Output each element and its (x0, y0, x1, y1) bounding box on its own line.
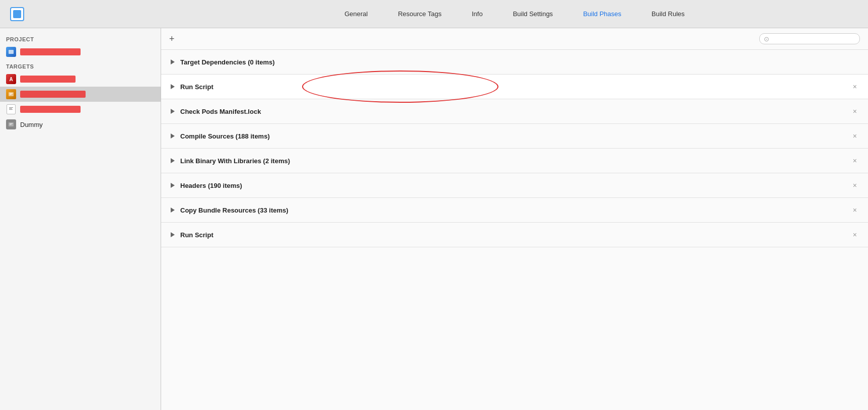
phase-title-run-script-1: Run Script (180, 83, 850, 91)
project-icon (6, 47, 16, 57)
phase-close-headers[interactable]: × (850, 181, 860, 190)
phase-close-run-script-2[interactable]: × (850, 230, 860, 239)
toolbar: GeneralResource TagsInfoBuild SettingsBu… (0, 0, 868, 28)
phase-title-link-binary: Link Binary With Libraries (2 items) (180, 157, 850, 165)
phase-header-check-pods[interactable]: Check Pods Manifest.lock× (161, 99, 868, 123)
phase-header-run-script-1[interactable]: Run Script× (161, 75, 868, 99)
expand-icon-compile-sources (169, 132, 176, 140)
phase-title-check-pods: Check Pods Manifest.lock (180, 108, 850, 115)
main-content: PROJECT TARGETS A (0, 28, 868, 410)
phase-row-target-deps: Target Dependencies (0 items) (161, 50, 868, 75)
phase-header-copy-bundle[interactable]: Copy Bundle Resources (33 items)× (161, 198, 868, 222)
target-framework-icon (6, 89, 16, 99)
expand-icon-run-script-2 (169, 231, 176, 238)
content-toolbar: + ⊙ (161, 28, 868, 50)
phase-close-copy-bundle[interactable]: × (850, 206, 860, 215)
targets-section-label: TARGETS (0, 59, 161, 72)
expand-icon-headers (169, 182, 176, 189)
project-label-redacted (20, 48, 81, 55)
target-2-label-redacted (20, 91, 86, 98)
target-dummy-icon (6, 119, 16, 129)
sidebar-item-dummy[interactable]: Dummy (0, 117, 161, 132)
svg-rect-4 (9, 107, 13, 108)
sidebar: PROJECT TARGETS A (0, 28, 161, 410)
phase-row-link-binary: Link Binary With Libraries (2 items)× (161, 149, 868, 173)
sidebar-item-target-1[interactable]: A (0, 72, 161, 87)
tab-general[interactable]: General (344, 8, 368, 20)
phases-list: Target Dependencies (0 items)Run Script×… (161, 50, 868, 410)
expand-icon-check-pods (169, 108, 176, 115)
phase-header-headers[interactable]: Headers (190 items)× (161, 173, 868, 197)
phase-row-headers: Headers (190 items)× (161, 173, 868, 198)
target-3-label-redacted (20, 106, 81, 113)
xcode-icon-inner (13, 10, 21, 18)
phase-close-run-script-1[interactable]: × (850, 82, 860, 91)
dummy-label: Dummy (20, 121, 43, 128)
phase-header-compile-sources[interactable]: Compile Sources (188 items)× (161, 124, 868, 148)
expand-icon-copy-bundle (169, 207, 176, 214)
toolbar-nav: GeneralResource TagsInfoBuild SettingsBu… (171, 8, 858, 20)
phase-row-run-script-1: Run Script× (161, 75, 868, 99)
target-app-icon: A (6, 74, 16, 84)
content-panel: + ⊙ Target Dependencies (0 items)Run Scr… (161, 28, 868, 410)
phase-title-copy-bundle: Copy Bundle Resources (33 items) (180, 207, 850, 214)
phase-row-check-pods: Check Pods Manifest.lock× (161, 99, 868, 124)
project-section-label: PROJECT (0, 32, 161, 44)
tab-resource-tags[interactable]: Resource Tags (398, 8, 441, 20)
expand-icon-target-deps (169, 58, 176, 65)
phase-row-compile-sources: Compile Sources (188 items)× (161, 124, 868, 149)
phase-header-run-script-2[interactable]: Run Script× (161, 223, 868, 247)
svg-rect-9 (10, 124, 12, 125)
target-1-label-redacted (20, 76, 76, 83)
tab-info[interactable]: Info (472, 8, 483, 20)
phase-close-link-binary[interactable]: × (850, 156, 860, 165)
target-doc-icon (7, 104, 16, 114)
filter-input[interactable]: ⊙ (759, 33, 860, 44)
phase-close-compile-sources[interactable]: × (850, 131, 860, 141)
add-phase-button[interactable]: + (169, 34, 175, 43)
tab-build-phases[interactable]: Build Phases (583, 8, 621, 20)
phase-header-target-deps[interactable]: Target Dependencies (0 items) (161, 50, 868, 74)
sidebar-item-project[interactable] (0, 44, 161, 59)
phase-row-run-script-2: Run Script× (161, 223, 868, 247)
phase-title-compile-sources: Compile Sources (188 items) (180, 132, 850, 140)
toolbar-left (10, 7, 171, 21)
sidebar-item-target-3[interactable] (0, 102, 161, 117)
svg-rect-8 (10, 123, 13, 124)
svg-rect-0 (9, 50, 14, 54)
phase-row-copy-bundle: Copy Bundle Resources (33 items)× (161, 198, 868, 223)
filter-icon: ⊙ (764, 35, 769, 43)
svg-rect-3 (10, 94, 12, 95)
expand-icon-run-script-1 (169, 83, 176, 90)
phase-header-link-binary[interactable]: Link Binary With Libraries (2 items)× (161, 149, 868, 173)
phase-title-headers: Headers (190 items) (180, 182, 850, 189)
svg-rect-2 (10, 93, 13, 94)
xcode-icon[interactable] (10, 7, 24, 21)
phase-title-target-deps: Target Dependencies (0 items) (180, 58, 860, 66)
tab-build-rules[interactable]: Build Rules (652, 8, 685, 20)
svg-rect-5 (9, 108, 12, 109)
phase-title-run-script-2: Run Script (180, 231, 850, 239)
app-container: GeneralResource TagsInfoBuild SettingsBu… (0, 0, 868, 410)
sidebar-item-target-2[interactable] (0, 87, 161, 102)
tab-build-settings[interactable]: Build Settings (513, 8, 553, 20)
svg-rect-6 (9, 109, 13, 110)
expand-icon-link-binary (169, 157, 176, 164)
phase-close-check-pods[interactable]: × (850, 107, 860, 116)
